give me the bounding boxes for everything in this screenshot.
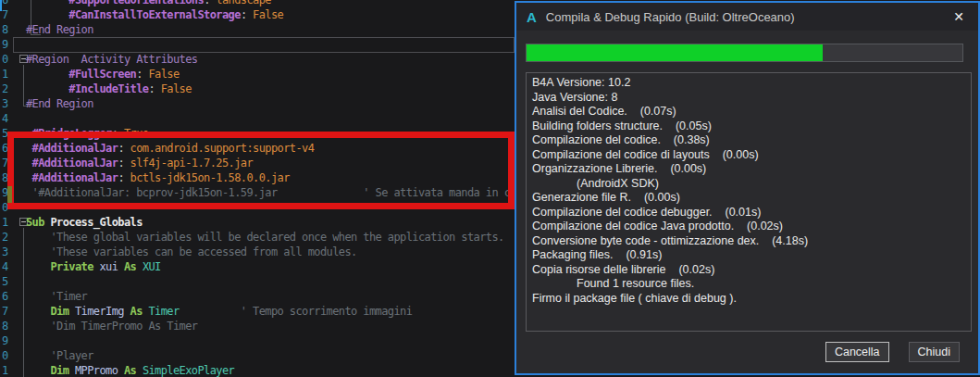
line-number: 1	[2, 67, 8, 82]
line-number: 7	[2, 7, 8, 22]
code-text: 'Dim TimerPromo As Timer	[26, 319, 198, 333]
line-number: 9	[2, 37, 8, 52]
code-text: 'These global variables will be declared…	[26, 230, 504, 245]
line-number: 1	[2, 215, 8, 230]
log-line: Compilazione del codice Java prodotto. (…	[532, 220, 965, 234]
cancel-button[interactable]: Cancella	[825, 342, 889, 362]
line-number: 2	[2, 82, 8, 96]
line-number: 6	[2, 0, 8, 7]
code-text: #IncludeTitle: False	[26, 82, 192, 96]
dialog-title: Compila & Debug Rapido (Build: OltreOcea…	[546, 10, 795, 24]
line-number: 3	[2, 245, 8, 259]
code-text: #CanInstallToExternalStorage: False	[26, 7, 283, 22]
log-line: Analisi del Codice. (0.07s)	[532, 105, 965, 119]
log-line: Compilazione del codice debugger. (0.01s…	[532, 206, 965, 220]
line-number: 0	[2, 348, 8, 363]
close-icon[interactable]: ✕	[953, 9, 964, 24]
line-number: 8	[2, 22, 8, 37]
code-text: 'Timer	[26, 289, 87, 304]
red-highlight-rectangle	[7, 132, 515, 209]
log-line: (AndroidX SDK)	[532, 177, 965, 192]
code-text: Dim MPPromo As SimpleExoPlayer	[26, 363, 234, 377]
log-line: Organizzazione Librerie. (0.00s)	[532, 162, 965, 177]
log-line: Compilazione del codice di layouts (0.00…	[532, 148, 965, 163]
code-text: Dim TimerImg As Timer ' Tempo scorriment…	[26, 304, 412, 319]
dialog-titlebar[interactable]: A Compila & Debug Rapido (Build: OltreOc…	[516, 3, 978, 31]
code-text: #SupportedOrientations: landscape	[26, 0, 271, 7]
log-line: Compilazione del codice. (0.38s)	[532, 133, 965, 148]
line-number: 5	[2, 274, 8, 289]
line-number: 8	[2, 319, 8, 333]
code-text: #FullScreen: False	[26, 67, 180, 82]
line-number: 3	[2, 96, 8, 111]
code-text: Sub Process_Globals	[26, 215, 143, 230]
log-line: Conversione byte code - ottimizzazione d…	[532, 234, 965, 249]
line-number: 7	[2, 304, 8, 319]
code-text: #End Region	[26, 22, 93, 37]
compile-debug-dialog: A Compila & Debug Rapido (Build: OltreOc…	[515, 1, 980, 375]
log-line: Found 1 resource files.	[532, 277, 965, 292]
code-text: 'Player	[26, 348, 93, 363]
code-text: #End Region	[26, 96, 93, 111]
log-line: Firmo il package file ( chiave di debug …	[532, 292, 965, 307]
line-number: 0	[2, 52, 8, 67]
progressbar-fill	[527, 44, 823, 61]
line-number: 4	[2, 111, 8, 126]
line-number: 2	[2, 230, 8, 245]
line-number: 4	[2, 259, 8, 274]
b4a-logo-icon: A	[527, 9, 537, 25]
dialog-button-row: Cancella Chiudi	[825, 342, 960, 362]
log-line: Java Versione: 8	[532, 91, 965, 106]
code-text: #Region Activity Attributes	[26, 52, 198, 67]
log-line: Copia risorse delle librerie (0.02s)	[532, 263, 965, 278]
line-number: 6	[2, 289, 8, 304]
gutter-change-marker	[7, 186, 12, 203]
code-text: Private xui As XUI	[26, 259, 161, 274]
log-line: Packaging files. (0.91s)	[532, 248, 965, 263]
close-button[interactable]: Chiudi	[909, 342, 960, 362]
line-number: 9	[2, 333, 8, 348]
log-line: Building folders structure. (0.05s)	[532, 119, 965, 134]
compile-progressbar	[526, 44, 963, 62]
log-line: Generazione file R. (0.00s)	[532, 191, 965, 206]
log-line: B4A Versione: 10.2	[532, 76, 965, 91]
code-text: 'These variables can be accessed from al…	[26, 245, 357, 259]
compile-log[interactable]: B4A Versione: 10.2Java Versione: 8Analis…	[526, 72, 972, 332]
line-number: 1	[2, 363, 8, 377]
